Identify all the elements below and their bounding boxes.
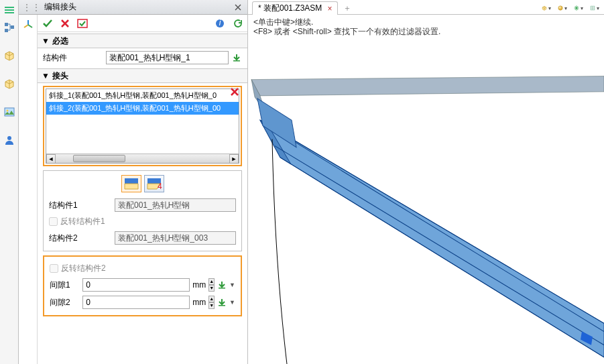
panel-title: 编辑接头 bbox=[44, 1, 233, 13]
ok-button[interactable] bbox=[40, 17, 55, 30]
svg-text:45°: 45° bbox=[158, 182, 162, 190]
drag-handle-icon[interactable]: ⋮⋮ bbox=[23, 3, 42, 12]
svg-line-25 bbox=[260, 120, 604, 323]
info-icon[interactable]: i bbox=[213, 17, 227, 30]
svg-rect-1 bbox=[5, 9, 14, 11]
svg-text:i: i bbox=[219, 19, 221, 27]
svg-line-28 bbox=[275, 146, 604, 345]
struct-input[interactable] bbox=[106, 51, 229, 64]
3d-viewport[interactable] bbox=[248, 39, 604, 364]
collapse-icon: ▼ bbox=[42, 71, 50, 80]
tab-close-icon[interactable]: × bbox=[327, 4, 332, 13]
svg-rect-2 bbox=[5, 12, 14, 13]
section-required[interactable]: ▼必选 bbox=[38, 34, 247, 48]
joint-params-box: 45° 结构件1 反转结构件1 结构件2 bbox=[43, 170, 242, 251]
box1-icon[interactable] bbox=[2, 48, 17, 63]
scroll-thumb[interactable] bbox=[73, 155, 125, 162]
svg-marker-23 bbox=[260, 120, 604, 357]
reset-icon[interactable] bbox=[230, 17, 245, 30]
struct2-input[interactable] bbox=[115, 231, 236, 245]
gap2-input[interactable] bbox=[82, 296, 190, 309]
gap1-input[interactable] bbox=[82, 278, 190, 292]
side-panel: ⋮⋮ 编辑接头 i ▼必选 结构件 bbox=[19, 0, 248, 364]
panel-action-row: i bbox=[38, 15, 247, 32]
unit-label: mm bbox=[192, 280, 206, 290]
joints-listbox-frame: 斜接_1(装配001_热轧H型钢,装配001_热轧H型钢_0 斜接_2(装配00… bbox=[43, 86, 242, 166]
svg-line-27 bbox=[280, 158, 604, 357]
apply-button[interactable] bbox=[75, 17, 90, 30]
list-item[interactable]: 斜接_2(装配001_热轧H型钢,装配001_热轧H型钢_00 bbox=[46, 102, 239, 115]
gap-params-box: 反转结构件2 间隙1 mm ▲▼ ▼ 间隙2 mm ▲▼ bbox=[43, 255, 242, 316]
h-scrollbar[interactable]: ◄ ► bbox=[46, 154, 239, 163]
panel-titlebar: ⋮⋮ 编辑接头 bbox=[19, 0, 247, 15]
svg-rect-9 bbox=[78, 19, 87, 27]
scroll-left-icon[interactable]: ◄ bbox=[46, 154, 56, 164]
cancel-button[interactable] bbox=[58, 17, 72, 30]
struct-label: 结构件 bbox=[43, 52, 103, 64]
struct1-input[interactable] bbox=[115, 198, 236, 212]
gap1-menu-icon[interactable]: ▼ bbox=[229, 282, 235, 288]
view-tools: ▾ ▾ ▾ ▾ bbox=[540, 1, 601, 15]
delete-joint-icon[interactable] bbox=[230, 87, 242, 99]
svg-rect-3 bbox=[5, 23, 8, 26]
gap2-pick-icon[interactable] bbox=[217, 296, 227, 309]
scroll-right-icon[interactable]: ► bbox=[229, 154, 239, 164]
svg-line-26 bbox=[268, 125, 604, 331]
joints-listbox[interactable]: 斜接_1(装配001_热轧H型钢,装配001_热轧H型钢_0 斜接_2(装配00… bbox=[46, 88, 239, 164]
section-joints[interactable]: ▼接头 bbox=[38, 68, 247, 83]
ball-view-icon[interactable]: ▾ bbox=[556, 1, 569, 15]
box2-icon[interactable] bbox=[2, 76, 17, 91]
svg-rect-16 bbox=[219, 288, 225, 289]
svg-rect-17 bbox=[219, 305, 225, 306]
flip2-checkbox[interactable]: 反转结构件2 bbox=[47, 261, 238, 276]
gap1-label: 间隙1 bbox=[50, 280, 80, 291]
pick-target-icon[interactable] bbox=[231, 51, 242, 64]
miter-type1-icon[interactable] bbox=[121, 175, 141, 192]
svg-rect-4 bbox=[5, 29, 8, 32]
tab-active[interactable]: * 装配001.Z3ASM × bbox=[252, 1, 338, 15]
flip1-checkbox[interactable]: 反转结构件1 bbox=[46, 214, 239, 229]
svg-marker-21 bbox=[251, 76, 604, 96]
gap1-spinner[interactable]: ▲▼ bbox=[208, 278, 215, 292]
form-area: ▼必选 结构件 ▼接头 斜接_1(装配001_热轧H型钢,装配001_热轧H型钢… bbox=[38, 32, 247, 364]
gap2-menu-icon[interactable]: ▼ bbox=[229, 299, 235, 306]
manager-icon[interactable] bbox=[2, 3, 17, 17]
svg-point-19 bbox=[575, 7, 577, 9]
svg-rect-6 bbox=[5, 108, 14, 116]
list-item[interactable]: 斜接_1(装配001_热轧H型钢,装配001_热轧H型钢_0 bbox=[46, 89, 239, 102]
svg-point-8 bbox=[7, 136, 11, 140]
gap2-label: 间隙2 bbox=[50, 297, 80, 308]
svg-rect-13 bbox=[125, 178, 138, 184]
struct1-label: 结构件1 bbox=[49, 200, 112, 211]
scroll-track[interactable] bbox=[56, 154, 229, 163]
gap1-pick-icon[interactable] bbox=[217, 278, 227, 292]
viewport-column: * 装配001.Z3ASM × ＋ <单击中键>继续. <F8> 或者 <Shi… bbox=[248, 0, 604, 364]
axis-icon[interactable] bbox=[21, 17, 36, 32]
vertical-toolbar bbox=[0, 0, 19, 364]
unit-label: mm bbox=[192, 298, 206, 307]
tab-add-icon[interactable]: ＋ bbox=[341, 2, 354, 14]
svg-rect-0 bbox=[5, 7, 14, 8]
hint-text: <单击中键>继续. <F8> 或者 <Shift-roll> 查找下一个有效的过… bbox=[248, 15, 604, 39]
gap2-spinner[interactable]: ▲▼ bbox=[208, 296, 215, 309]
struct2-label: 结构件2 bbox=[49, 233, 112, 244]
grid-view-icon[interactable]: ▾ bbox=[588, 1, 601, 15]
person-icon[interactable] bbox=[2, 133, 17, 147]
tree-icon[interactable] bbox=[2, 20, 17, 35]
tab-label: * 装配001.Z3ASM bbox=[258, 3, 322, 14]
gear-view-icon[interactable]: ▾ bbox=[572, 1, 585, 15]
cube-view-icon[interactable]: ▾ bbox=[540, 1, 553, 15]
collapse-icon: ▼ bbox=[42, 36, 50, 46]
panel-close-icon[interactable] bbox=[233, 2, 243, 13]
miter-type2-icon[interactable]: 45° bbox=[144, 175, 164, 192]
svg-point-18 bbox=[558, 6, 562, 10]
svg-point-7 bbox=[6, 110, 8, 112]
svg-rect-12 bbox=[233, 60, 240, 62]
picture-icon[interactable] bbox=[2, 105, 17, 119]
panel-gutter bbox=[19, 15, 38, 364]
